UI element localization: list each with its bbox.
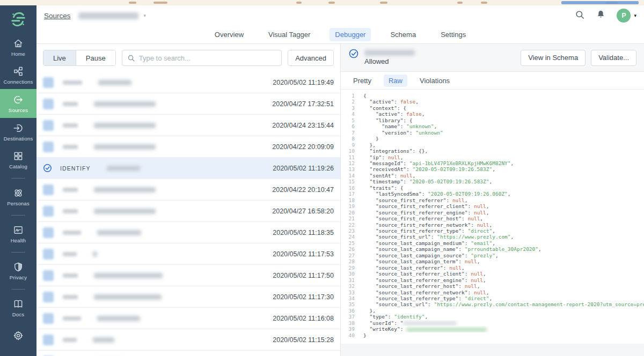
event-type-redacted bbox=[63, 273, 78, 278]
event-row[interactable]: 2020/05/02 11:17:50 bbox=[36, 265, 340, 286]
search-icon bbox=[127, 54, 135, 62]
banner-text-cutoff bbox=[481, 2, 487, 4]
event-row[interactable]: 2020/04/22 20:09:09 bbox=[36, 136, 340, 158]
event-row[interactable]: 2020/05/02 11:15:28 bbox=[36, 329, 340, 351]
segment-logo-icon[interactable] bbox=[0, 5, 36, 33]
event-type-redacted bbox=[63, 316, 81, 321]
event-list: 2020/05/02 11:19:492020/04/27 17:32:5120… bbox=[36, 72, 340, 356]
event-row[interactable]: 2020/04/24 23:15:44 bbox=[36, 115, 340, 136]
event-name-redacted bbox=[94, 144, 156, 150]
line-number: 27 bbox=[341, 253, 355, 258]
settings-icon bbox=[13, 330, 24, 341]
event-timestamp: 2020/04/27 16:58:20 bbox=[272, 207, 334, 215]
code-line: 10 "integrations": {}, bbox=[341, 148, 644, 154]
code-line: 8 } bbox=[341, 136, 644, 142]
sidebar-item-label: Connections bbox=[3, 79, 33, 85]
search-icon[interactable] bbox=[575, 10, 585, 22]
sidebar-item-health[interactable]: Health bbox=[0, 220, 36, 248]
pause-button[interactable]: Pause bbox=[76, 50, 115, 65]
user-menu[interactable]: P ▾ bbox=[617, 9, 636, 23]
banner-text-cutoff bbox=[380, 2, 387, 4]
event-name-redacted bbox=[94, 123, 156, 128]
advanced-button[interactable]: Advanced bbox=[288, 50, 334, 66]
payload-header: Allowed View in Schema Validate... bbox=[341, 44, 644, 72]
payload-tab-raw[interactable]: Raw bbox=[384, 75, 407, 87]
event-row[interactable]: 2020/05/02 11:17:53 bbox=[36, 243, 340, 265]
event-type-redacted bbox=[63, 145, 78, 149]
payload-panel: Allowed View in Schema Validate... Prett… bbox=[340, 44, 644, 356]
sidebar-item-privacy[interactable]: Privacy bbox=[0, 257, 36, 285]
code-line: 21 "source_first_referrer_host": null, bbox=[341, 216, 644, 221]
avatar[interactable]: P bbox=[617, 9, 631, 23]
line-number: 18 bbox=[341, 197, 355, 203]
code-line: 38 "userId": " bbox=[341, 320, 644, 326]
line-number: 35 bbox=[341, 301, 355, 307]
check-circle-icon bbox=[43, 164, 52, 173]
event-type-icon-redacted bbox=[43, 313, 54, 324]
banner-text-cutoff bbox=[296, 2, 302, 4]
line-number: 29 bbox=[341, 265, 355, 271]
line-number: 34 bbox=[341, 295, 355, 301]
line-number: 5 bbox=[341, 117, 355, 123]
event-row[interactable]: 2020/05/02 11:19:49 bbox=[36, 72, 340, 93]
line-number: 16 bbox=[341, 185, 355, 191]
event-row[interactable] bbox=[36, 351, 340, 356]
tab-debugger[interactable]: Debugger bbox=[330, 28, 371, 41]
line-number: 33 bbox=[341, 290, 355, 295]
event-row[interactable]: 2020/05/02 11:17:30 bbox=[36, 286, 340, 308]
event-type-icon-redacted bbox=[43, 142, 54, 152]
redacted-value bbox=[406, 328, 487, 332]
view-in-schema-button[interactable]: View in Schema bbox=[521, 50, 586, 66]
event-row[interactable]: 2020/05/02 11:16:08 bbox=[36, 308, 340, 329]
event-row[interactable]: 2020/04/22 20:10:47 bbox=[36, 179, 340, 201]
event-type-redacted bbox=[63, 295, 78, 299]
sidebar-item-docs[interactable]: Docs bbox=[0, 294, 36, 322]
live-button[interactable]: Live bbox=[43, 50, 76, 65]
event-type-redacted bbox=[63, 123, 78, 128]
event-type-icon-redacted bbox=[43, 335, 54, 345]
line-number: 21 bbox=[341, 216, 355, 221]
payload-tab-violations[interactable]: Violations bbox=[415, 75, 455, 87]
sidebar-item-settings[interactable] bbox=[0, 322, 36, 350]
search-input[interactable] bbox=[139, 54, 276, 62]
event-timestamp: 2020/05/02 11:19:26 bbox=[273, 165, 334, 172]
event-row[interactable]: 2020/04/27 16:58:20 bbox=[36, 201, 340, 222]
tab-overview[interactable]: Overview bbox=[209, 28, 249, 41]
event-timestamp: 2020/04/27 17:32:51 bbox=[272, 100, 334, 108]
event-type-icon-redacted bbox=[43, 206, 54, 217]
code-line: 1{ bbox=[341, 93, 644, 99]
event-row[interactable]: IDENTIFY2020/05/02 11:19:26 bbox=[36, 158, 340, 179]
debugger-toolbar: Live Pause Advanced bbox=[36, 44, 340, 72]
banner-link-cutoff[interactable] bbox=[561, 1, 639, 4]
sidebar-item-label: Catalog bbox=[9, 164, 27, 169]
code-line: 11 "ip": null, bbox=[341, 154, 644, 160]
line-number: 26 bbox=[341, 246, 355, 252]
tab-settings[interactable]: Settings bbox=[435, 28, 471, 41]
event-name-redacted bbox=[94, 294, 162, 300]
code-line: 23 "source_first_referrer_type": "direct… bbox=[341, 228, 644, 234]
line-number: 22 bbox=[341, 222, 355, 228]
event-row[interactable]: 2020/04/27 17:32:51 bbox=[36, 93, 340, 115]
validate-button[interactable]: Validate... bbox=[591, 50, 636, 66]
sidebar-item-catalog[interactable]: Catalog bbox=[0, 146, 36, 174]
json-code-view[interactable]: 1{2 "active": false,3 "context": {4 "act… bbox=[341, 90, 644, 344]
code-line: 19 "source_first_referrer_client": null, bbox=[341, 203, 644, 209]
code-line: 27 "source_last_campaign_source": "prezl… bbox=[341, 253, 644, 258]
payload-tab-pretty[interactable]: Pretty bbox=[348, 75, 376, 87]
event-timestamp: 2020/05/02 11:19:49 bbox=[273, 79, 334, 86]
sidebar-item-personas[interactable]: Personas bbox=[0, 183, 36, 211]
chevron-down-icon[interactable]: ▾ bbox=[144, 13, 147, 18]
code-line: 7 "version": "unknown" bbox=[341, 130, 644, 136]
sidebar-item-connections[interactable]: Connections bbox=[0, 61, 36, 89]
sidebar-item-sources[interactable]: Sources bbox=[0, 89, 36, 118]
sidebar-item-home[interactable]: Home bbox=[0, 33, 36, 61]
event-search[interactable] bbox=[122, 50, 282, 66]
sidebar-item-destinations[interactable]: Destinations bbox=[0, 118, 36, 146]
breadcrumb[interactable]: Sources bbox=[44, 12, 71, 20]
notifications-bell-icon[interactable] bbox=[596, 10, 606, 22]
tab-visual-tagger[interactable]: Visual Tagger bbox=[263, 28, 316, 41]
banner-text-cutoff bbox=[129, 2, 136, 4]
tab-schema[interactable]: Schema bbox=[385, 28, 421, 41]
event-row[interactable]: 2020/05/02 11:18:35 bbox=[36, 222, 340, 243]
sidebar-item-label: Home bbox=[11, 51, 25, 57]
